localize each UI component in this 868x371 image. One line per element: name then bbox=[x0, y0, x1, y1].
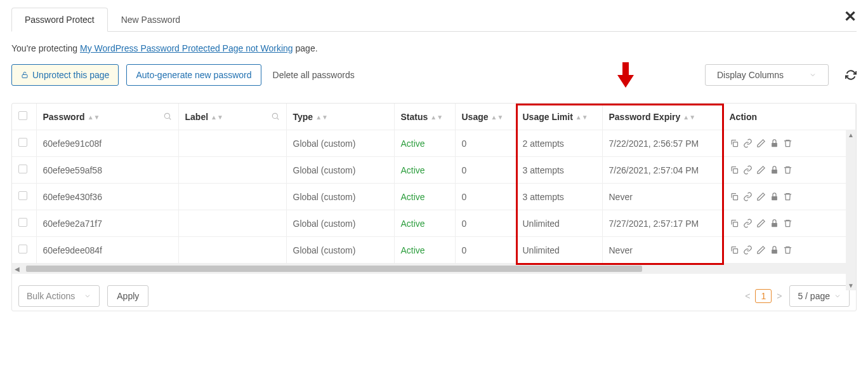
cell-expiry: 7/22/2021, 2:56:57 PM bbox=[602, 130, 723, 157]
row-checkbox[interactable] bbox=[18, 191, 27, 200]
col-usage-limit[interactable]: Usage Limit▲▼ bbox=[516, 104, 602, 130]
sort-icon[interactable]: ▲▼ bbox=[491, 116, 504, 119]
lock-icon[interactable] bbox=[770, 165, 779, 175]
row-checkbox[interactable] bbox=[18, 138, 27, 147]
cell-usage: 0 bbox=[455, 130, 516, 157]
copy-icon[interactable] bbox=[730, 138, 739, 148]
edit-icon[interactable] bbox=[756, 165, 766, 175]
close-icon[interactable]: ✕ bbox=[844, 8, 857, 25]
protecting-link[interactable]: My WordPress Password Protected Page not… bbox=[80, 43, 293, 53]
cell-usage-limit: 3 attempts bbox=[516, 157, 602, 184]
svg-rect-3 bbox=[733, 142, 737, 147]
link-icon[interactable] bbox=[743, 245, 753, 255]
search-icon[interactable] bbox=[271, 112, 280, 121]
row-checkbox[interactable] bbox=[18, 165, 27, 173]
autogenerate-button[interactable]: Auto-generate new password bbox=[126, 64, 261, 86]
trash-icon[interactable] bbox=[783, 192, 792, 201]
cell-actions bbox=[723, 157, 856, 184]
lock-icon[interactable] bbox=[770, 245, 779, 255]
cell-status: Active bbox=[394, 237, 455, 264]
svg-rect-8 bbox=[772, 196, 777, 200]
cell-actions bbox=[723, 184, 856, 210]
copy-icon[interactable] bbox=[730, 165, 739, 175]
col-type[interactable]: Type▲▼ bbox=[286, 104, 394, 130]
copy-icon[interactable] bbox=[730, 192, 739, 201]
unprotect-button[interactable]: Unprotect this page bbox=[11, 64, 119, 86]
toolbar: Unprotect this page Auto-generate new pa… bbox=[11, 62, 857, 88]
col-status[interactable]: Status▲▼ bbox=[394, 104, 455, 130]
edit-icon[interactable] bbox=[756, 245, 766, 255]
horizontal-scrollbar[interactable]: ◀ ▶ bbox=[12, 264, 856, 274]
unprotect-label: Unprotect this page bbox=[32, 70, 109, 80]
next-page[interactable]: > bbox=[777, 291, 782, 301]
table-row: 60efe9e430f36 Global (custom) Active 0 3… bbox=[12, 184, 856, 210]
sort-icon[interactable]: ▲▼ bbox=[88, 116, 100, 119]
tab-password-protect[interactable]: Password Protect bbox=[11, 8, 108, 32]
sort-icon[interactable]: ▲▼ bbox=[211, 116, 223, 119]
link-icon[interactable] bbox=[743, 165, 753, 175]
copy-icon[interactable] bbox=[730, 245, 739, 255]
lock-icon[interactable] bbox=[770, 219, 779, 228]
search-icon[interactable] bbox=[163, 112, 172, 121]
protecting-suffix: page. bbox=[293, 43, 318, 53]
lock-icon[interactable] bbox=[770, 192, 779, 201]
link-icon[interactable] bbox=[743, 138, 753, 148]
cell-label bbox=[178, 130, 286, 157]
lock-icon[interactable] bbox=[770, 138, 779, 148]
link-icon[interactable] bbox=[743, 192, 753, 201]
bulk-actions-dropdown[interactable]: Bulk Actions bbox=[18, 285, 100, 307]
sort-icon[interactable]: ▲▼ bbox=[430, 116, 443, 119]
svg-point-1 bbox=[164, 113, 169, 118]
trash-icon[interactable] bbox=[783, 245, 792, 255]
svg-rect-10 bbox=[772, 223, 777, 227]
trash-icon[interactable] bbox=[783, 138, 792, 148]
col-password[interactable]: Password▲▼ bbox=[36, 104, 178, 130]
page-size-dropdown[interactable]: 5 / page bbox=[789, 285, 850, 307]
delete-all-button[interactable]: Delete all passwords bbox=[269, 65, 358, 85]
svg-rect-6 bbox=[772, 170, 777, 173]
password-table: Password▲▼ Label▲▼ Type▲▼ Status▲▼ Usage… bbox=[11, 103, 857, 311]
row-checkbox[interactable] bbox=[18, 218, 27, 227]
cell-status: Active bbox=[394, 130, 455, 157]
col-usage[interactable]: Usage▲▼ bbox=[455, 104, 516, 130]
col-expiry[interactable]: Password Expiry▲▼ bbox=[602, 104, 723, 130]
refresh-icon[interactable] bbox=[845, 69, 857, 81]
table-row: 60efe9dee084f Global (custom) Active 0 U… bbox=[12, 237, 856, 264]
trash-icon[interactable] bbox=[783, 219, 792, 228]
cell-type: Global (custom) bbox=[286, 237, 394, 264]
cell-type: Global (custom) bbox=[286, 157, 394, 184]
table-footer: Bulk Actions Apply < 1 > 5 / page bbox=[12, 274, 856, 311]
cell-status: Active bbox=[394, 157, 455, 184]
copy-icon[interactable] bbox=[730, 219, 739, 228]
svg-rect-11 bbox=[733, 249, 737, 253]
cell-expiry: 7/27/2021, 2:57:17 PM bbox=[602, 210, 723, 237]
apply-button[interactable]: Apply bbox=[107, 285, 148, 307]
page-current[interactable]: 1 bbox=[755, 289, 772, 303]
sort-icon[interactable]: ▲▼ bbox=[683, 116, 695, 119]
edit-icon[interactable] bbox=[756, 192, 766, 201]
svg-rect-4 bbox=[772, 143, 777, 147]
col-action: Action bbox=[723, 104, 856, 130]
prev-page[interactable]: < bbox=[745, 291, 750, 301]
display-columns-dropdown[interactable]: Display Columns bbox=[705, 64, 829, 86]
select-all-checkbox[interactable] bbox=[18, 111, 27, 120]
svg-rect-9 bbox=[733, 222, 737, 227]
tab-new-password[interactable]: New Password bbox=[108, 8, 194, 31]
cell-actions bbox=[723, 237, 856, 264]
vertical-scrollbar[interactable]: ▲ ▼ bbox=[846, 130, 856, 290]
edit-icon[interactable] bbox=[756, 219, 766, 228]
cell-label bbox=[178, 237, 286, 264]
trash-icon[interactable] bbox=[783, 165, 792, 175]
cell-type: Global (custom) bbox=[286, 130, 394, 157]
row-checkbox[interactable] bbox=[18, 245, 27, 253]
sort-icon[interactable]: ▲▼ bbox=[575, 116, 588, 119]
cell-usage: 0 bbox=[455, 157, 516, 184]
sort-icon[interactable]: ▲▼ bbox=[315, 116, 328, 119]
link-icon[interactable] bbox=[743, 219, 753, 228]
edit-icon[interactable] bbox=[756, 138, 766, 148]
cell-usage-limit: Unlimited bbox=[516, 237, 602, 264]
col-label[interactable]: Label▲▼ bbox=[178, 104, 286, 130]
cell-usage: 0 bbox=[455, 210, 516, 237]
page-size-label: 5 / page bbox=[798, 291, 830, 301]
table-row: 60efe9e59af58 Global (custom) Active 0 3… bbox=[12, 157, 856, 184]
